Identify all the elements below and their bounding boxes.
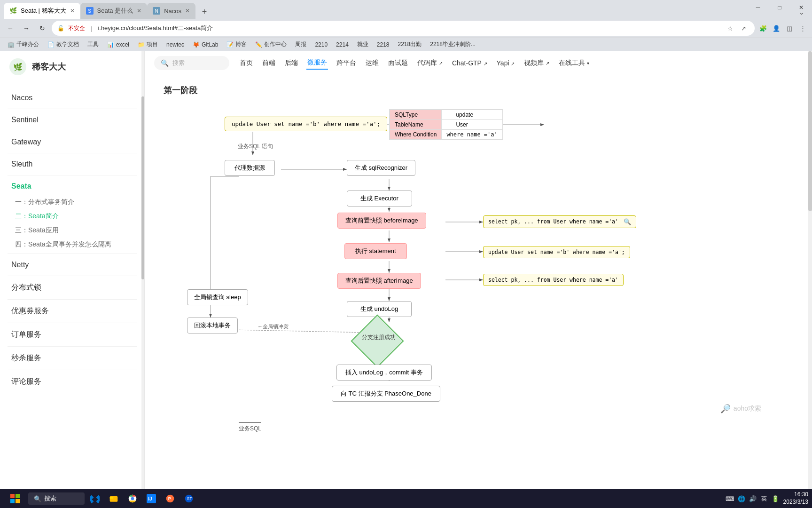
close-button[interactable]: ✕ bbox=[790, 0, 812, 15]
search-box[interactable]: 🔍 搜索 bbox=[154, 56, 229, 70]
sound-icon: 🔊 bbox=[749, 494, 757, 503]
taskbar-app-vscode[interactable] bbox=[86, 490, 103, 507]
bookmark-icon-gitlab: 🦊 bbox=[193, 41, 200, 48]
taskbar-app-intellij[interactable]: IJ bbox=[143, 490, 160, 507]
svg-text:P: P bbox=[168, 496, 171, 501]
sidebar-item-gateway[interactable]: Gateway bbox=[0, 133, 145, 151]
sidebar-sub-seata-1[interactable]: 一：分布式事务简介 bbox=[0, 195, 145, 209]
bookmark-newtec[interactable]: newtec bbox=[163, 40, 188, 49]
divider bbox=[8, 370, 137, 370]
bookmark-project[interactable]: 📁 项目 bbox=[134, 40, 162, 49]
bookmark-gitlab[interactable]: 🦊 GitLab bbox=[189, 40, 222, 49]
bookmark-jiaoxue[interactable]: 📄 教学文档 bbox=[44, 40, 83, 49]
address-bar[interactable]: 🔓 不安全 | i.heyige.cn/cloud/Seata.html#二-s… bbox=[52, 21, 755, 36]
bookmark-blog[interactable]: 📝 博客 bbox=[223, 40, 250, 49]
sidebar-item-sentinel[interactable]: Sentinel bbox=[0, 111, 145, 129]
insecure-label: 不安全 bbox=[68, 24, 85, 32]
tab-close-seata-intro[interactable]: ✕ bbox=[137, 8, 141, 14]
back-button[interactable]: ← bbox=[4, 22, 17, 35]
bookmark-weekly[interactable]: 周报 bbox=[291, 40, 310, 49]
site-header: 🌿 稀客大大 bbox=[0, 51, 144, 83]
content-area: 第一阶段 业务SQL 语句 bbox=[145, 75, 808, 508]
profile-button[interactable]: 👤 bbox=[771, 23, 782, 34]
svg-rect-27 bbox=[110, 497, 114, 499]
nav-online-tools[interactable]: 在线工具 ▾ bbox=[558, 57, 590, 69]
table-name-value: User bbox=[442, 120, 502, 130]
share-button[interactable]: ↗ bbox=[738, 23, 749, 34]
taskbar-time[interactable]: 16:30 2023/3/13 bbox=[783, 491, 808, 506]
nav-ops[interactable]: 运维 bbox=[365, 57, 380, 69]
tab-seata[interactable]: 🌿 Seata | 稀客大大 ✕ bbox=[4, 3, 80, 19]
tab-close-seata[interactable]: ✕ bbox=[70, 8, 75, 14]
sql-statement-box: update User set name ='b' where name ='a… bbox=[225, 117, 387, 131]
diagram-container: 业务SQL 语句 bbox=[164, 103, 789, 433]
content-scrollbar-thumb[interactable] bbox=[808, 51, 812, 211]
svg-point-29 bbox=[131, 497, 134, 500]
sidebar-item-comment[interactable]: 评论服务 bbox=[0, 372, 145, 391]
taskbar-right: ⌨ 🌐 🔊 英 🔋 16:30 2023/3/13 bbox=[726, 491, 808, 506]
sidebar-item-order[interactable]: 订单服务 bbox=[0, 325, 145, 344]
tab-close-nacos[interactable]: ✕ bbox=[185, 8, 190, 14]
tab-nacos[interactable]: N Nacos ✕ bbox=[147, 3, 195, 19]
nav-backend[interactable]: 后端 bbox=[284, 57, 299, 69]
sidebar-scrollbar-thumb[interactable] bbox=[141, 96, 144, 279]
taskbar-search[interactable]: 🔍 搜索 bbox=[28, 492, 85, 505]
nav-home[interactable]: 首页 bbox=[239, 57, 254, 69]
nav-microservice[interactable]: 微服务 bbox=[306, 56, 328, 70]
sidebar-panel-button[interactable]: ◫ bbox=[784, 23, 795, 34]
diagram-arrows: 业务SQL 语句 bbox=[164, 103, 789, 433]
taskbar-app-postman[interactable]: P bbox=[162, 490, 179, 507]
box-sleep: 全局锁查询 sleep bbox=[187, 289, 248, 305]
sidebar-item-coupon[interactable]: 优惠券服务 bbox=[0, 302, 145, 321]
start-button[interactable] bbox=[4, 490, 26, 507]
sql-type-label: SQLType bbox=[390, 110, 442, 120]
new-tab-button[interactable]: + bbox=[197, 5, 211, 19]
refresh-button[interactable]: ↻ bbox=[36, 22, 49, 35]
more-button[interactable]: ⋮ bbox=[797, 23, 808, 34]
forward-button[interactable]: → bbox=[20, 22, 33, 35]
sidebar-item-distributed-lock[interactable]: 分布式锁 bbox=[0, 278, 145, 297]
sidebar-item-sleuth[interactable]: Sleuth bbox=[0, 155, 145, 173]
taskbar-app-explorer[interactable] bbox=[105, 490, 122, 507]
bookmark-jiuye[interactable]: 就业 bbox=[353, 40, 372, 49]
content-scrollbar-track bbox=[808, 51, 812, 508]
taskbar-app-sourcetree[interactable]: ST bbox=[180, 490, 197, 507]
nav-frontend[interactable]: 前端 bbox=[261, 57, 276, 69]
tab-title-nacos: Nacos bbox=[164, 8, 181, 15]
nav-yapi[interactable]: Yapi ↗ bbox=[496, 57, 516, 69]
maximize-button[interactable]: □ bbox=[769, 0, 790, 15]
bookmark-2218-attendance[interactable]: 2218出勤 bbox=[394, 40, 426, 49]
bookmark-2218[interactable]: 2218 bbox=[373, 40, 393, 49]
sidebar-item-netty[interactable]: Netty bbox=[0, 256, 145, 274]
sidebar-item-nacos[interactable]: Nacos bbox=[0, 89, 145, 107]
tab-seata-intro[interactable]: S Seata 是什么 ✕ bbox=[80, 3, 148, 19]
nav-crossplatform[interactable]: 跨平台 bbox=[336, 57, 357, 69]
bookmark-2218-grad[interactable]: 2218毕业冲刺阶... bbox=[426, 40, 479, 49]
nav-chatgtp[interactable]: Chat-GTP ↗ bbox=[451, 57, 488, 69]
bookmark-tools[interactable]: 工具 bbox=[84, 40, 102, 49]
divider bbox=[8, 323, 137, 323]
taskbar-app-chrome[interactable] bbox=[124, 490, 141, 507]
bookmark-create[interactable]: ✏️ 创作中心 bbox=[251, 40, 290, 49]
bookmark-2210[interactable]: 2210 bbox=[311, 40, 331, 49]
tab-favicon-seata: 🌿 bbox=[9, 7, 17, 15]
taskbar-search-label: 搜索 bbox=[44, 494, 56, 503]
bookmark-qianfeng[interactable]: 🏢 千峰办公 bbox=[4, 40, 43, 49]
sidebar-item-flash-sale[interactable]: 秒杀服务 bbox=[0, 349, 145, 368]
nav-codelib[interactable]: 代码库 ↗ bbox=[416, 57, 444, 69]
sidebar-sub-seata-3[interactable]: 三：Seata应用 bbox=[0, 223, 145, 238]
nav-interview[interactable]: 面试题 bbox=[387, 57, 409, 69]
sidebar-sub-seata-2[interactable]: 二：Seata简介 bbox=[0, 209, 145, 223]
sidebar-scrollbar-track bbox=[141, 51, 144, 508]
sidebar-item-seata[interactable]: Seata bbox=[0, 177, 145, 195]
minimize-button[interactable]: ─ bbox=[747, 0, 769, 15]
box-sqlrecognizer: 生成 sqlRecognizer bbox=[347, 160, 415, 176]
sidebar-sub-seata-4[interactable]: 四：Seata全局事务并发怎么隔离 bbox=[0, 238, 145, 252]
code-box-update: update User set name ='b' where name ='a… bbox=[483, 246, 630, 258]
bookmark-excel[interactable]: 📊 excel bbox=[103, 40, 133, 49]
bookmark-button[interactable]: ☆ bbox=[725, 23, 736, 34]
nav-videolib[interactable]: 视频库 ↗ bbox=[523, 57, 550, 69]
extensions-button[interactable]: 🧩 bbox=[757, 23, 769, 34]
sql-type-value: update bbox=[442, 110, 502, 120]
bookmark-2214[interactable]: 2214 bbox=[332, 40, 352, 49]
